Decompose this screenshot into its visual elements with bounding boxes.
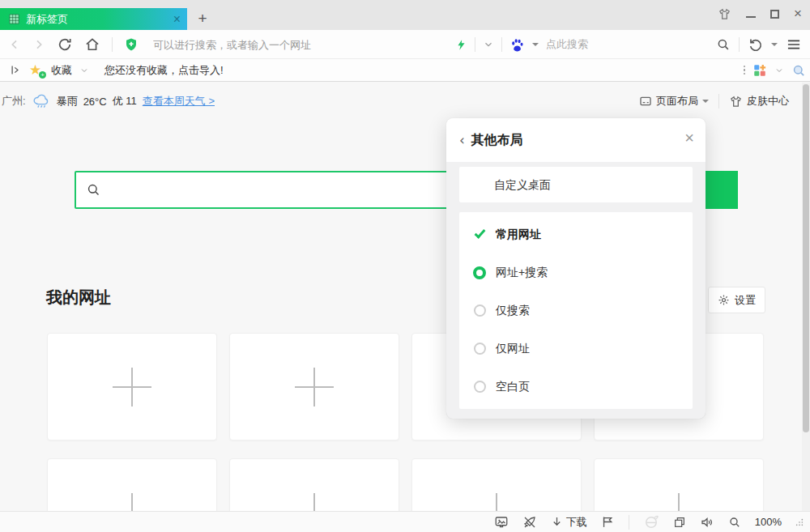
- weather-temperature: 26°C: [83, 96, 107, 108]
- flag-icon[interactable]: [601, 515, 615, 529]
- divider: [739, 37, 740, 52]
- rain-cloud-icon: [32, 93, 51, 109]
- option-sites-plus-search[interactable]: 网址+搜索: [459, 253, 693, 292]
- navigation-bar: 点此搜索: [0, 30, 810, 59]
- radio-selected-icon: [473, 266, 486, 279]
- page-layout-button[interactable]: 页面布局: [639, 94, 709, 109]
- grid-favicon-icon: [8, 13, 20, 25]
- divider: [629, 515, 629, 530]
- settings-button[interactable]: 设置: [708, 287, 765, 313]
- skin-center-button[interactable]: 皮肤中心: [729, 94, 789, 109]
- rocket-disabled-icon[interactable]: [522, 515, 537, 530]
- browser-window: 新标签页 × + ×: [0, 0, 810, 532]
- option-search-only[interactable]: 仅搜索: [459, 292, 693, 330]
- window-skin-icon[interactable]: [718, 7, 731, 21]
- tab-new-page[interactable]: 新标签页 ×: [0, 8, 187, 30]
- divider: [475, 37, 475, 52]
- divider: [112, 37, 113, 52]
- gear-icon: [718, 294, 730, 306]
- radio-icon: [473, 343, 486, 355]
- divider: [718, 94, 719, 109]
- check-icon: [473, 228, 486, 241]
- tab-title: 新标签页: [26, 12, 173, 27]
- add-site-tile[interactable]: [229, 333, 399, 440]
- add-site-tile[interactable]: [47, 333, 217, 440]
- ie-compat-icon[interactable]: [643, 514, 659, 530]
- quick-search-label[interactable]: 点此搜索: [546, 37, 588, 52]
- popup-close-icon[interactable]: ×: [684, 130, 694, 146]
- back-chevron-icon[interactable]: ‹: [459, 132, 465, 148]
- zoom-level[interactable]: 100%: [755, 516, 782, 528]
- layout-caret-icon: [702, 100, 709, 106]
- favorites-label[interactable]: 收藏: [51, 63, 72, 78]
- divider: [501, 37, 502, 52]
- speaker-icon[interactable]: [700, 515, 714, 530]
- radio-icon: [473, 381, 486, 394]
- nav-right-group: [716, 30, 802, 59]
- layout-popup: ‹ 其他布局 × 自定义桌面 常用网址 网址+搜索 仅搜索 仅网址: [446, 118, 706, 419]
- extensions-chevron-icon[interactable]: [774, 66, 784, 75]
- tab-bar: 新标签页 × + ×: [0, 0, 810, 30]
- nav-left-group: [8, 30, 420, 59]
- nav-middle-group: 点此搜索: [455, 30, 588, 59]
- radio-icon: [473, 304, 486, 317]
- search-icon: [86, 182, 101, 198]
- security-shield-icon[interactable]: [124, 37, 139, 52]
- search-engine-caret-icon[interactable]: [532, 43, 539, 49]
- picture-tool-icon[interactable]: [494, 515, 509, 530]
- bookmarks-bar: ★ + 收藏 您还没有收藏，点击导入!: [0, 59, 810, 82]
- my-sites-heading: 我的网址: [46, 287, 111, 309]
- option-custom-desktop[interactable]: 自定义桌面: [459, 167, 693, 202]
- screenshot-magnifier-icon[interactable]: [791, 63, 806, 78]
- forward-icon[interactable]: [32, 38, 45, 51]
- address-input[interactable]: [153, 39, 420, 51]
- minimize-icon[interactable]: [746, 16, 756, 18]
- status-bar: 下载 100%: [0, 511, 810, 532]
- reload-icon[interactable]: [57, 36, 73, 53]
- chevron-down-icon[interactable]: [483, 39, 494, 50]
- extensions-grid-icon[interactable]: [752, 63, 767, 78]
- weather-widget: 广州: 暴雨 26°C 优 11 查看本周天气 >: [2, 93, 215, 109]
- tshirt-icon: [729, 95, 743, 109]
- favorites-star-icon[interactable]: ★ +: [29, 63, 44, 78]
- undo-caret-icon[interactable]: [771, 43, 778, 49]
- scrollbar-thumb[interactable]: [803, 84, 809, 432]
- restore-window-icon[interactable]: [673, 516, 686, 529]
- scrollbar-track[interactable]: [802, 83, 810, 532]
- back-icon[interactable]: [8, 38, 21, 51]
- bookmarks-right-group: [744, 59, 807, 81]
- zoom-search-icon[interactable]: [728, 516, 741, 529]
- more-dots-icon[interactable]: [744, 66, 746, 75]
- home-icon[interactable]: [84, 36, 100, 53]
- tab-close-icon[interactable]: ×: [173, 13, 181, 26]
- popup-header: ‹ 其他布局 ×: [446, 118, 706, 162]
- layout-options-list: 常用网址 网址+搜索 仅搜索 仅网址 空白页: [459, 212, 693, 409]
- popup-title: 其他布局: [471, 132, 523, 149]
- bookmarks-left-group: ★ + 收藏 您还没有收藏，点击导入!: [10, 59, 224, 81]
- undo-icon[interactable]: [748, 37, 763, 53]
- baidu-paw-icon[interactable]: [509, 37, 525, 53]
- window-close-icon[interactable]: ×: [794, 8, 802, 19]
- option-sites-only[interactable]: 仅网址: [459, 330, 693, 368]
- bookmarks-empty-hint[interactable]: 您还没有收藏，点击导入!: [104, 63, 224, 78]
- lightning-icon[interactable]: [455, 38, 467, 52]
- page-tools: 页面布局 皮肤中心: [639, 94, 789, 109]
- download-button[interactable]: 下载: [551, 515, 587, 530]
- maximize-icon[interactable]: [770, 10, 779, 19]
- layout-icon: [639, 95, 652, 108]
- favorites-chevron-icon[interactable]: [79, 66, 89, 75]
- option-blank-page[interactable]: 空白页: [459, 368, 693, 406]
- weather-condition: 暴雨: [57, 94, 78, 109]
- weather-city: 广州:: [2, 94, 26, 109]
- window-controls: ×: [718, 6, 802, 21]
- menu-icon[interactable]: [786, 36, 802, 53]
- weather-air-quality: 优 11: [113, 94, 137, 109]
- search-icon[interactable]: [716, 37, 731, 52]
- resize-grip-icon[interactable]: [795, 518, 804, 526]
- sidebar-toggle-icon[interactable]: [10, 64, 22, 76]
- option-common-sites[interactable]: 常用网址: [459, 215, 693, 253]
- download-label: 下载: [566, 515, 587, 530]
- new-tab-button[interactable]: +: [194, 10, 211, 28]
- weather-week-link[interactable]: 查看本周天气 >: [143, 94, 215, 109]
